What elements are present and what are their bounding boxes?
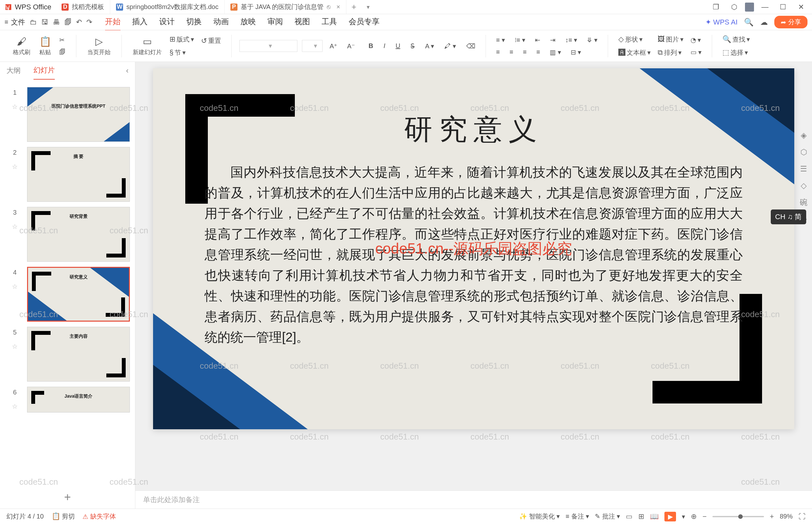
notes-pane[interactable]: 单击此处添加备注: [135, 491, 812, 509]
avatar[interactable]: [745, 3, 754, 12]
thumb-3[interactable]: 3☆ 研究背景: [0, 204, 135, 264]
tab-template[interactable]: D 找稻壳模板: [56, 0, 110, 14]
thumb-1[interactable]: 1☆ 医院门诊信息管理系统PPT: [0, 84, 135, 144]
indent-left-icon[interactable]: ⇤: [532, 35, 543, 45]
italic-icon[interactable]: I: [381, 41, 388, 51]
copy-icon[interactable]: 🗐: [57, 47, 68, 57]
cloud-icon[interactable]: ☁: [760, 18, 768, 27]
tab-start[interactable]: 开始: [105, 13, 120, 31]
slide-counter[interactable]: 幻灯片 4 / 10: [6, 512, 44, 521]
notes-toggle[interactable]: ≡ 备注 ▾: [565, 512, 589, 521]
print-icon[interactable]: 🖶: [53, 18, 60, 27]
select-button[interactable]: ⬚选择 ▾: [720, 47, 752, 58]
increase-font-icon[interactable]: A⁺: [327, 41, 340, 51]
arrange-button[interactable]: ⧉排列 ▾: [655, 47, 686, 58]
maximize-icon[interactable]: ☐: [776, 1, 790, 13]
zoom-slider[interactable]: [712, 516, 764, 517]
tab-transition[interactable]: 切换: [186, 13, 202, 31]
add-slide-button[interactable]: +: [60, 489, 76, 505]
smart-beautify-button[interactable]: ✨ 智能美化 ▾: [519, 512, 560, 521]
align-right-icon[interactable]: ≡: [520, 47, 529, 58]
section-button[interactable]: §节 ▾: [167, 47, 197, 58]
star-icon[interactable]: ☆: [12, 163, 18, 170]
reset-button[interactable]: ↺重置: [198, 35, 223, 46]
bullets-icon[interactable]: ≡ ▾: [494, 35, 508, 45]
redo-icon[interactable]: ↷: [86, 18, 92, 27]
tab-menu-dropdown[interactable]: ▾: [362, 0, 375, 14]
close-icon[interactable]: ×: [336, 3, 340, 11]
thumb-2[interactable]: 2☆ 摘 要: [0, 144, 135, 204]
line-spacing-icon[interactable]: ↕≡ ▾: [563, 35, 580, 45]
fit-icon[interactable]: ⊕: [691, 512, 697, 521]
tab-view[interactable]: 视图: [295, 13, 310, 31]
search-icon[interactable]: 🔍: [744, 18, 754, 27]
bold-icon[interactable]: B: [366, 41, 376, 51]
tab-doc[interactable]: W springbootf8m2v数据库文档.doc: [110, 0, 225, 14]
align-left-icon[interactable]: ≡: [494, 47, 503, 58]
view-normal-icon[interactable]: ▭: [626, 512, 632, 521]
font-family-select[interactable]: ▾: [239, 40, 297, 52]
collapse-icon[interactable]: ‹: [126, 66, 129, 75]
star-icon[interactable]: ☆: [12, 103, 18, 111]
canvas-wrap[interactable]: 研究意义 国内外科技信息技术大大提高，近年来，随着计算机技术的飞速发展以及其在全…: [135, 62, 812, 491]
rail-shapes-icon[interactable]: ◇: [797, 179, 810, 192]
paste-button[interactable]: 📋粘贴: [35, 34, 55, 58]
font-color-icon[interactable]: A ▾: [422, 41, 436, 51]
textbox-button[interactable]: 🅰文本框 ▾: [616, 47, 653, 58]
underline-icon[interactable]: U: [393, 41, 403, 51]
new-tab-button[interactable]: +: [346, 0, 362, 14]
clear-format-icon[interactable]: ⌫: [464, 41, 478, 51]
align-justify-icon[interactable]: ≡: [534, 47, 543, 58]
highlight-icon[interactable]: 🖍 ▾: [442, 41, 459, 51]
slide-title[interactable]: 研究意义: [404, 110, 543, 149]
wps-ai-button[interactable]: ✦ WPS AI: [705, 18, 738, 27]
slideshow-play-button[interactable]: ▶: [664, 512, 676, 521]
picture-button[interactable]: 🖼图片 ▾: [655, 34, 686, 45]
rail-ai-icon[interactable]: ◈: [797, 129, 810, 142]
tab-slides[interactable]: 幻灯片: [34, 62, 55, 80]
font-size-select[interactable]: ▾: [302, 40, 322, 52]
thumb-5[interactable]: 5☆ 主要内容: [0, 324, 135, 384]
share-button[interactable]: ➦ 分享: [774, 16, 808, 28]
tab-slideshow[interactable]: 放映: [241, 13, 256, 31]
shape-button[interactable]: ◇形状 ▾: [616, 34, 653, 45]
star-icon[interactable]: ☆: [12, 343, 18, 350]
zoom-out-icon[interactable]: −: [702, 512, 707, 521]
zoom-percent[interactable]: 89%: [780, 513, 793, 520]
open-icon[interactable]: 🗀: [30, 18, 37, 27]
print-preview-icon[interactable]: 🗐: [64, 18, 71, 27]
view-reading-icon[interactable]: 📖: [650, 512, 659, 521]
save-icon[interactable]: 🖫: [41, 18, 48, 27]
tab-animation[interactable]: 动画: [213, 13, 229, 31]
rail-help-icon[interactable]: 碗: [797, 196, 810, 209]
tab-tools[interactable]: 工具: [321, 13, 337, 31]
tab-ppt[interactable]: P 基于 JAVA 的医院门诊信息管 ⎋ ×: [225, 0, 346, 14]
view-sorter-icon[interactable]: ⊞: [638, 512, 644, 521]
clipboard-status[interactable]: 📋 剪切: [52, 512, 75, 521]
indent-right-icon[interactable]: ⇥: [547, 35, 558, 45]
rail-layers-icon[interactable]: ☰: [797, 162, 810, 175]
star-icon[interactable]: ☆: [12, 223, 18, 230]
file-menu[interactable]: 文件: [11, 17, 25, 27]
tab-design[interactable]: 设计: [159, 13, 175, 31]
from-current-button[interactable]: ▷当页开始: [84, 34, 114, 58]
fit-window-icon[interactable]: ⛶: [798, 512, 806, 521]
find-button[interactable]: 🔍查找 ▾: [720, 34, 752, 45]
hamburger-icon[interactable]: ≡: [4, 18, 9, 26]
review-toggle[interactable]: ✎ 批注 ▾: [595, 512, 620, 521]
align-center-icon[interactable]: ≡: [507, 47, 516, 58]
tab-review[interactable]: 审阅: [267, 13, 283, 31]
multi-window-icon[interactable]: ❐: [709, 1, 723, 13]
layout-button[interactable]: ⊞版式 ▾: [167, 34, 197, 45]
strike-icon[interactable]: S̶: [408, 41, 417, 51]
tab-insert[interactable]: 插入: [132, 13, 148, 31]
decrease-font-icon[interactable]: A⁻: [345, 41, 357, 51]
outline-icon[interactable]: ▭ ▾: [688, 47, 705, 58]
new-slide-button[interactable]: ▭新建幻灯片: [130, 34, 165, 58]
tab-member[interactable]: 会员专享: [349, 13, 380, 31]
text-direction-icon[interactable]: ⤋ ▾: [584, 35, 600, 45]
columns-icon[interactable]: ▥ ▾: [547, 47, 564, 58]
rail-style-icon[interactable]: ⬡: [797, 146, 810, 159]
thumb-6[interactable]: 6☆ Java语言简介: [0, 384, 135, 415]
star-icon[interactable]: ☆: [12, 283, 18, 290]
